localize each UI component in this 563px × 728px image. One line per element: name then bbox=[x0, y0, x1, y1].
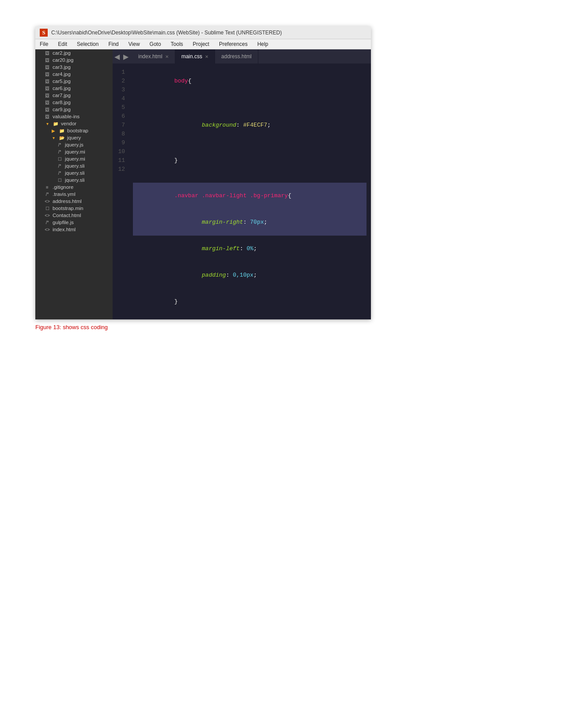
code-line-3 bbox=[133, 103, 367, 112]
html-file-icon: <> bbox=[44, 199, 50, 204]
code-line-5 bbox=[133, 139, 367, 147]
list-item[interactable]: 🖼 car5.jpg bbox=[35, 78, 113, 85]
figure-caption: Figure 13: shows css coding bbox=[35, 324, 528, 330]
triangle-right-icon: ▶ bbox=[50, 128, 57, 133]
title-bar: S C:\Users\nabid\OneDrive\Desktop\WebSit… bbox=[35, 26, 371, 39]
image-file-icon: 🖼 bbox=[44, 79, 50, 84]
menu-help[interactable]: Help bbox=[256, 40, 270, 48]
code-line-12: } bbox=[133, 289, 367, 315]
code-area: 1 2 3 4 5 6 7 8 9 10 11 12 body{ bbox=[113, 64, 371, 319]
git-file-icon: ≡ bbox=[44, 185, 50, 190]
list-item[interactable]: /* jquery.js bbox=[35, 141, 113, 148]
doc-file-icon: ☐ bbox=[44, 206, 50, 211]
line-numbers: 1 2 3 4 5 6 7 8 9 10 11 12 bbox=[113, 64, 128, 319]
main-content: ◀ ▶ index.html ✕ main.css ✕ address.html… bbox=[113, 49, 371, 319]
title-bar-text: C:\Users\nabid\OneDrive\Desktop\WebSite\… bbox=[51, 30, 282, 36]
menu-find[interactable]: Find bbox=[106, 40, 120, 48]
image-file-icon: 🖼 bbox=[44, 72, 50, 77]
folder-icon: 📁 bbox=[59, 128, 65, 133]
tab-nav-prev[interactable]: ◀ bbox=[113, 49, 121, 64]
html-file-icon: <> bbox=[44, 213, 50, 218]
menu-file[interactable]: File bbox=[38, 40, 50, 48]
menu-selection[interactable]: Selection bbox=[75, 40, 100, 48]
js-file-icon: /* bbox=[44, 220, 50, 225]
folder-open-icon: 📂 bbox=[59, 135, 65, 140]
list-item[interactable]: /* jquery.mi bbox=[35, 148, 113, 155]
js-file-icon: /* bbox=[44, 192, 50, 197]
list-item[interactable]: /* jquery.sli bbox=[35, 169, 113, 176]
menu-tools[interactable]: Tools bbox=[169, 40, 185, 48]
code-line-4: background: #F4ECF7; bbox=[133, 112, 367, 139]
tabs-bar: ◀ ▶ index.html ✕ main.css ✕ address.html bbox=[113, 49, 371, 64]
code-line-9: margin-right: 70px; bbox=[133, 209, 367, 236]
code-line-2 bbox=[133, 94, 367, 103]
doc-file-icon: ☐ bbox=[57, 178, 63, 183]
list-item[interactable]: 🖼 car9.jpg bbox=[35, 106, 113, 113]
list-item[interactable]: <> index.html bbox=[35, 226, 113, 233]
menu-bar: File Edit Selection Find View Goto Tools… bbox=[35, 39, 371, 49]
tab-close-icon[interactable]: ✕ bbox=[205, 54, 208, 59]
doc-file-icon: ☐ bbox=[57, 157, 63, 161]
js-file-icon: /* bbox=[57, 171, 63, 176]
list-item[interactable]: 🖼 car6.jpg bbox=[35, 85, 113, 92]
app-icon: S bbox=[40, 29, 48, 37]
list-item[interactable]: ☐ bootstrap.min bbox=[35, 205, 113, 212]
sidebar-folder-jquery[interactable]: ▾ 📂 jquery bbox=[35, 134, 113, 141]
tab-nav-next[interactable]: ▶ bbox=[121, 49, 130, 64]
sidebar: 🖼 car2.jpg 🖼 car20.jpg 🖼 car3.jpg 🖼 car4… bbox=[35, 49, 113, 319]
list-item[interactable]: 🖼 valuable-ins bbox=[35, 113, 113, 120]
triangle-down-icon: ▾ bbox=[50, 135, 57, 140]
code-content[interactable]: body{ background: #F4ECF7; } bbox=[128, 64, 371, 319]
image-file-icon: 🖼 bbox=[44, 51, 50, 56]
list-item[interactable]: /* jquery.sli bbox=[35, 162, 113, 169]
sidebar-folder-vendor[interactable]: ▾ 📁 vendor bbox=[35, 120, 113, 127]
list-item[interactable]: 🖼 car2.jpg bbox=[35, 49, 113, 56]
menu-project[interactable]: Project bbox=[191, 40, 211, 48]
code-line-8: .navbar .navbar-light .bg-primary{ bbox=[133, 183, 367, 209]
image-file-icon: 🖼 bbox=[44, 93, 50, 98]
js-file-icon: /* bbox=[57, 143, 63, 147]
image-file-icon: 🖼 bbox=[44, 86, 50, 91]
image-file-icon: 🖼 bbox=[44, 100, 50, 105]
js-file-icon: /* bbox=[57, 150, 63, 154]
html-file-icon: <> bbox=[44, 227, 50, 232]
tab-close-icon[interactable]: ✕ bbox=[165, 54, 169, 59]
editor-body: 🖼 car2.jpg 🖼 car20.jpg 🖼 car3.jpg 🖼 car4… bbox=[35, 49, 371, 319]
image-file-icon: 🖼 bbox=[44, 114, 50, 119]
code-line-7 bbox=[133, 174, 367, 183]
list-item[interactable]: 🖼 car8.jpg bbox=[35, 99, 113, 106]
list-item[interactable]: <> Contact.html bbox=[35, 212, 113, 219]
image-file-icon: 🖼 bbox=[44, 58, 50, 63]
tab-index-html[interactable]: index.html ✕ bbox=[132, 49, 175, 64]
menu-goto[interactable]: Goto bbox=[148, 40, 163, 48]
triangle-right-icon: ▾ bbox=[44, 121, 50, 126]
list-item[interactable]: /* .travis.yml bbox=[35, 191, 113, 198]
sidebar-folder-bootstrap[interactable]: ▶ 📁 bootstrap bbox=[35, 127, 113, 134]
menu-preferences[interactable]: Preferences bbox=[217, 40, 249, 48]
folder-icon: 📁 bbox=[53, 121, 59, 126]
list-item[interactable]: 🖼 car7.jpg bbox=[35, 92, 113, 99]
menu-view[interactable]: View bbox=[127, 40, 142, 48]
image-file-icon: 🖼 bbox=[44, 107, 50, 112]
window-wrapper: S C:\Users\nabid\OneDrive\Desktop\WebSit… bbox=[35, 26, 371, 319]
code-line-1: body{ bbox=[133, 68, 367, 94]
list-item[interactable]: ☐ jquery.mi bbox=[35, 155, 113, 162]
code-line-10: margin-left: 0%; bbox=[133, 236, 367, 262]
tab-address-html[interactable]: address.html bbox=[215, 49, 258, 64]
list-item[interactable]: 🖼 car3.jpg bbox=[35, 64, 113, 71]
list-item[interactable]: ≡ .gitignore bbox=[35, 184, 113, 191]
list-item[interactable]: <> address.html bbox=[35, 198, 113, 205]
code-line-6: } bbox=[133, 147, 367, 174]
image-file-icon: 🖼 bbox=[44, 65, 50, 70]
code-line-11: padding: 0,10px; bbox=[133, 262, 367, 289]
js-file-icon: /* bbox=[57, 164, 63, 169]
menu-edit[interactable]: Edit bbox=[56, 40, 69, 48]
list-item[interactable]: 🖼 car20.jpg bbox=[35, 56, 113, 64]
list-item[interactable]: /* gulpfile.js bbox=[35, 219, 113, 226]
tab-main-css[interactable]: main.css ✕ bbox=[175, 49, 215, 64]
list-item[interactable]: 🖼 car4.jpg bbox=[35, 71, 113, 78]
list-item[interactable]: ☐ jquery.sli bbox=[35, 176, 113, 184]
